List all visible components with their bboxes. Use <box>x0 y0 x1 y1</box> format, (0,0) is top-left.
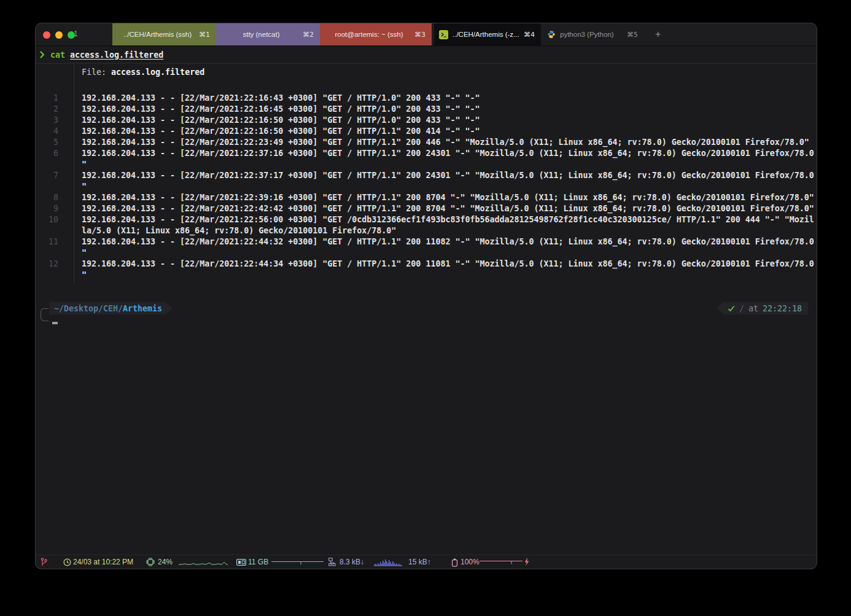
status-datetime: 24/03 at 10:22 PM <box>73 558 133 567</box>
log-line: 12192.168.204.133 - - [22/Mar/2021:22:44… <box>36 259 815 270</box>
command-text: cat <box>50 50 65 60</box>
battery-icon <box>451 558 458 567</box>
log-line: 4192.168.204.133 - - [22/Mar/2021:22:16:… <box>36 127 815 138</box>
status-battery: 100% <box>460 558 480 567</box>
log-line: la/5.0 (X11; Linux x86_64; rv:78.0) Geck… <box>36 226 815 237</box>
status-bar: 24/03 at 10:22 PM 24% 11 GB 8.3 kB↓ 15 k… <box>36 555 817 569</box>
log-line: " <box>36 248 815 259</box>
status-network-down: 8.3 kB↓ <box>340 558 364 567</box>
tab-arthemis-active[interactable]: ../CEH/Arthemis (-z... ⌘4 <box>434 23 541 45</box>
tab-shortcut: ⌘1 <box>199 31 210 39</box>
log-lines: 1192.168.204.133 - - [22/Mar/2021:22:16:… <box>36 93 815 281</box>
cpu-icon <box>146 558 155 566</box>
log-line: 10192.168.204.133 - - [22/Mar/2021:22:56… <box>36 215 815 226</box>
log-line: " <box>36 270 815 281</box>
tab-label: root@artemis: ~ (ssh) <box>335 31 416 38</box>
command-argument: access.log.filtered <box>70 50 163 60</box>
tab-bar: 1 ../CEH/Arthemis (ssh) ⌘1 stty (netcat)… <box>36 23 817 46</box>
window-controls: 1 <box>36 23 112 45</box>
window-number-label: 1 <box>74 29 78 38</box>
prompt-separator: / <box>739 304 744 313</box>
clock-icon <box>63 558 71 566</box>
prompt-path-prefix: ~/Desktop/CEH/ <box>54 304 123 313</box>
file-name: access.log.filtered <box>111 68 204 77</box>
battery-graph <box>480 559 523 566</box>
tab-shortcut: ⌘4 <box>524 31 535 39</box>
python-icon <box>547 30 556 39</box>
log-line: 5192.168.204.133 - - [22/Mar/2021:22:23:… <box>36 138 815 149</box>
log-line: 3192.168.204.133 - - [22/Mar/2021:22:16:… <box>36 115 815 127</box>
tab-stty-netcat[interactable]: stty (netcat) ⌘2 <box>216 23 320 45</box>
log-line: 7192.168.204.133 - - [22/Mar/2021:22:37:… <box>36 171 815 182</box>
status-memory: 11 GB <box>248 558 268 567</box>
log-line: 8192.168.204.133 - - [22/Mar/2021:22:39:… <box>36 193 815 204</box>
terminal-cursor <box>52 322 58 324</box>
tab-python3[interactable]: python3 (Python) ⌘5 <box>541 23 644 45</box>
checkmark-icon <box>728 305 735 312</box>
tab-label: python3 (Python) <box>560 31 614 38</box>
terminal-window: 1 ../CEH/Arthemis (ssh) ⌘1 stty (netcat)… <box>36 23 817 569</box>
network-icon <box>328 558 337 566</box>
tab-label: ../CEH/Arthemis (-z... <box>453 31 519 38</box>
log-line: 2192.168.204.133 - - [22/Mar/2021:22:16:… <box>36 104 815 115</box>
prompt-path-segment: ~/Desktop/CEH/Arthemis <box>49 302 173 314</box>
log-line: 1192.168.204.133 - - [22/Mar/2021:22:16:… <box>36 93 815 104</box>
tab-arthemis-ssh[interactable]: ../CEH/Arthemis (ssh) ⌘1 <box>112 23 216 45</box>
prompt-frame <box>41 308 49 321</box>
memory-graph <box>271 559 324 566</box>
git-branch-icon <box>41 558 47 567</box>
command-line: cat access.log.filtered <box>36 46 817 64</box>
log-line: 9192.168.204.133 - - [22/Mar/2021:22:42:… <box>36 204 815 215</box>
close-button[interactable] <box>43 31 50 39</box>
log-line: " <box>36 160 815 171</box>
prompt-path-current: Arthemis <box>123 304 162 313</box>
file-header: File: access.log.filtered <box>82 68 204 79</box>
tab-label: ../CEH/Arthemis (ssh) <box>123 31 205 38</box>
tab-shortcut: ⌘3 <box>414 31 426 39</box>
memory-icon <box>236 559 246 566</box>
prompt-at-label: at <box>748 304 758 313</box>
tab-shortcut: ⌘2 <box>303 31 314 39</box>
prompt-status-segment: / at 22:22:18 <box>717 302 808 314</box>
prompt-chevron-icon <box>40 51 45 58</box>
log-line: 6192.168.204.133 - - [22/Mar/2021:22:37:… <box>36 149 815 160</box>
log-line: " <box>36 182 815 193</box>
tab-root-artemis[interactable]: root@artemis: ~ (ssh) ⌘3 <box>320 23 432 45</box>
network-graph <box>374 558 403 566</box>
cpu-sparkline <box>179 559 228 566</box>
status-network-up: 15 kB↑ <box>408 558 431 567</box>
minimize-button[interactable] <box>55 31 63 39</box>
status-cpu: 24% <box>158 558 173 567</box>
charging-bolt-icon <box>524 558 529 566</box>
tab-shortcut: ⌘5 <box>627 31 638 39</box>
plus-icon: + <box>655 29 661 40</box>
terminal-icon <box>439 30 448 39</box>
new-tab-button[interactable]: + <box>644 23 661 45</box>
log-line: 11192.168.204.133 - - [22/Mar/2021:22:44… <box>36 237 815 248</box>
tab-label: stty (netcat) <box>243 31 293 38</box>
prompt-time: 22:22:18 <box>763 304 802 313</box>
